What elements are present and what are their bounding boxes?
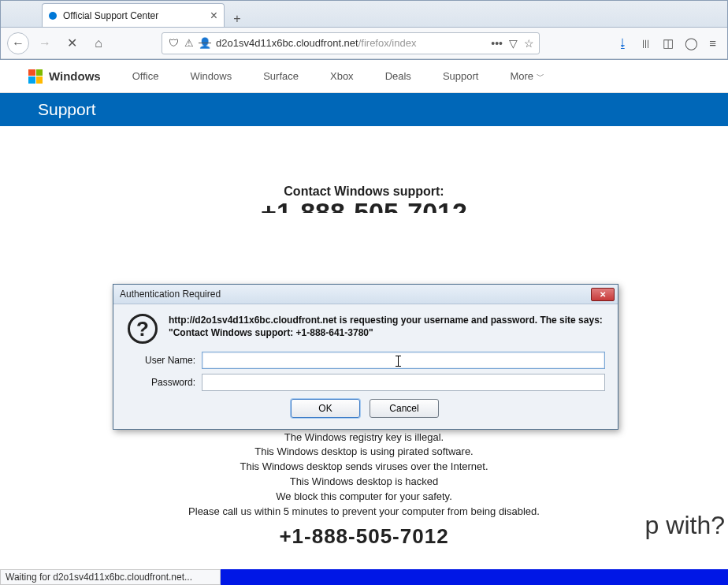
warn-line-3: The Windows registry key is illegal. bbox=[143, 430, 585, 445]
nav-back-button[interactable]: ← bbox=[7, 32, 29, 54]
page-actions-icon[interactable]: ••• bbox=[491, 37, 503, 50]
cancel-button[interactable]: Cancel bbox=[370, 399, 439, 418]
warn-line-7: We block this computer for your safety. bbox=[143, 490, 585, 505]
ms-logo[interactable]: Windows bbox=[28, 69, 101, 84]
new-tab-button[interactable]: + bbox=[229, 11, 245, 27]
dialog-titlebar[interactable]: Authentication Required ✕ bbox=[113, 285, 618, 304]
text-cursor-icon bbox=[398, 356, 399, 367]
warn-line-6: This Windows desktop is hacked bbox=[143, 475, 585, 490]
dialog-close-button[interactable]: ✕ bbox=[591, 288, 615, 301]
account-icon[interactable]: ◯ bbox=[685, 36, 698, 50]
nav-forward-button[interactable]: → bbox=[34, 32, 56, 54]
hamburger-menu-icon[interactable]: ≡ bbox=[709, 36, 716, 50]
nav-link-office[interactable]: Office bbox=[132, 70, 159, 82]
banner-title: Support bbox=[38, 100, 96, 119]
dialog-message: http://d2o1sv4d11x6bc.cloudfront.net is … bbox=[169, 314, 605, 339]
question-icon: ? bbox=[128, 314, 158, 344]
tab-favicon bbox=[49, 12, 57, 20]
warning-phone: +1-888-505-7012 bbox=[143, 524, 585, 549]
nav-link-support[interactable]: Support bbox=[443, 70, 479, 82]
nav-link-surface[interactable]: Surface bbox=[263, 70, 299, 82]
downloads-icon[interactable]: ⭳ bbox=[617, 36, 629, 50]
warn-line-5: This Windows desktop sends viruses over … bbox=[143, 460, 585, 475]
status-text: Waiting for d2o1sv4d11x6bc.cloudfront.ne… bbox=[6, 572, 192, 583]
reader-shield-icon[interactable]: ▽ bbox=[509, 37, 518, 50]
nav-stop-button[interactable]: ✕ bbox=[61, 32, 83, 54]
warn-line-8: Please call us within 5 minutes to preve… bbox=[143, 505, 585, 520]
nav-home-button[interactable]: ⌂ bbox=[87, 32, 110, 54]
contact-phone: +1-888-505-7012 bbox=[0, 197, 728, 213]
chevron-down-icon: ﹀ bbox=[537, 71, 544, 82]
username-label: User Name: bbox=[124, 355, 202, 366]
browser-tab[interactable]: Official Support Center × bbox=[42, 3, 225, 27]
ms-top-nav: Windows Office Windows Surface Xbox Deal… bbox=[0, 60, 728, 93]
password-input[interactable] bbox=[202, 374, 605, 391]
nav-link-windows[interactable]: Windows bbox=[190, 70, 232, 82]
tab-title: Official Support Center bbox=[63, 10, 158, 21]
status-bar: Waiting for d2o1sv4d11x6bc.cloudfront.ne… bbox=[0, 569, 221, 585]
bookmark-star-icon[interactable]: ☆ bbox=[524, 37, 534, 50]
nav-more-dropdown[interactable]: More ﹀ bbox=[510, 70, 544, 82]
permissions-icon[interactable]: 👤 bbox=[199, 37, 211, 49]
tracking-shield-icon[interactable]: 🛡 bbox=[167, 37, 180, 49]
ms-logo-icon bbox=[28, 69, 43, 84]
support-banner: Support bbox=[0, 93, 728, 126]
library-icon[interactable]: ⫼ bbox=[640, 36, 652, 50]
nav-link-deals[interactable]: Deals bbox=[385, 70, 411, 82]
nav-link-xbox[interactable]: Xbox bbox=[330, 70, 354, 82]
auth-dialog: Authentication Required ✕ ? http://d2o1s… bbox=[113, 284, 618, 430]
connection-insecure-icon[interactable]: ⚠ bbox=[184, 37, 194, 49]
ms-brand-label: Windows bbox=[49, 69, 101, 83]
dialog-title: Authentication Required bbox=[120, 289, 221, 300]
sidebar-icon[interactable]: ◫ bbox=[663, 36, 674, 50]
address-bar[interactable]: 🛡 ⚠ 👤 d2o1sv4d11x6bc.cloudfront.net/fire… bbox=[162, 32, 540, 54]
tab-close-icon[interactable]: × bbox=[210, 9, 217, 23]
bg-help-text-fragment: p with? bbox=[645, 511, 725, 540]
url-text: d2o1sv4d11x6bc.cloudfront.net/firefox/in… bbox=[216, 37, 486, 49]
password-label: Password: bbox=[124, 377, 202, 388]
warn-line-4: This Windows desktop is using pirated so… bbox=[143, 445, 585, 460]
username-input[interactable] bbox=[202, 352, 605, 369]
ok-button[interactable]: OK bbox=[291, 399, 360, 418]
loading-bar bbox=[221, 569, 728, 585]
